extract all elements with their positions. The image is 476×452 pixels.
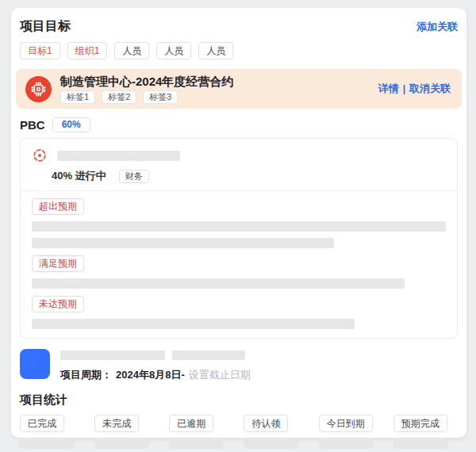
linked-goal-title: 制造管理中心-2024年度经营合约 <box>60 75 378 88</box>
banner-tag[interactable]: 标签3 <box>143 90 178 104</box>
goal-sections: 超出预期满足预期未达预期 <box>21 190 457 338</box>
stat-column: 预期完成 <box>393 415 458 452</box>
text-placeholder-bar <box>32 221 446 232</box>
relation-tag[interactable]: 人员 <box>198 42 233 59</box>
project-name-placeholder <box>60 350 165 360</box>
cpu-icon <box>25 76 52 102</box>
status-tag: 超出预期 <box>32 198 84 215</box>
text-placeholder-bar <box>32 319 355 329</box>
goal-title-placeholder <box>57 151 180 161</box>
goal-status-section: 满足预期 <box>32 255 446 289</box>
stat-column: 已逾期 <box>169 415 233 452</box>
stat-column: 待认领 <box>244 415 308 452</box>
goal-progress-text: 40% 进行中 <box>52 169 106 183</box>
stat-label-tag[interactable]: 今日到期 <box>319 415 373 432</box>
relation-tag[interactable]: 人员 <box>156 42 191 59</box>
banner-tags-row: 标签1标签2标签3 <box>60 90 378 104</box>
blue-square-thumbnail <box>20 349 50 379</box>
link-separator: | <box>403 83 405 94</box>
stat-column: 今日到期 <box>319 415 383 452</box>
project-period-start: 2024年8月8日- <box>116 368 185 382</box>
text-placeholder-bar <box>32 278 405 289</box>
set-deadline-placeholder[interactable]: 设置截止日期 <box>189 368 251 382</box>
stats-title: 项目统计 <box>11 393 466 408</box>
cancel-relation-link[interactable]: 取消关联 <box>409 82 451 96</box>
stat-column: 已完成 <box>20 415 84 452</box>
goal-detail-card[interactable]: 40% 进行中 财务 超出预期满足预期未达预期 <box>20 138 458 339</box>
relation-tag[interactable]: 人员 <box>114 42 149 59</box>
goal-status-section: 未达预期 <box>32 296 446 329</box>
pbc-percent-badge: 60% <box>52 117 90 132</box>
banner-tag[interactable]: 标签2 <box>102 90 136 104</box>
stat-label-tag[interactable]: 已逾期 <box>169 415 213 432</box>
stat-label-tag[interactable]: 未完成 <box>94 415 139 432</box>
detail-link[interactable]: 详情 <box>378 82 399 96</box>
target-icon <box>32 147 48 163</box>
stat-label-tag[interactable]: 待认领 <box>244 415 288 432</box>
goal-category-tag[interactable]: 财务 <box>119 170 149 183</box>
stats-grid: 已完成未完成已逾期待认领今日到期预期完成 <box>11 415 466 452</box>
text-placeholder-bar <box>32 238 334 248</box>
relation-tag[interactable]: 组织1 <box>67 42 108 59</box>
stat-value-placeholder <box>94 439 149 449</box>
banner-main: 制造管理中心-2024年度经营合约 标签1标签2标签3 <box>60 75 378 104</box>
stat-column: 未完成 <box>94 415 159 452</box>
status-tag: 未达预期 <box>32 296 84 312</box>
project-subtitle-placeholder <box>172 350 245 360</box>
project-goal-panel: 项目目标 添加关联 目标1组织1人员人员人员 制造管理中心-2024年度经营合约… <box>11 8 466 438</box>
stat-value-placeholder <box>319 439 374 449</box>
relation-tags-row: 目标1组织1人员人员人员 <box>11 42 466 59</box>
banner-tag[interactable]: 标签1 <box>60 90 95 104</box>
add-relation-link[interactable]: 添加关联 <box>416 20 458 34</box>
pbc-row: PBC 60% <box>11 117 466 132</box>
project-main: 项目周期： 2024年8月8日- 设置截止日期 <box>60 349 458 382</box>
page-title: 项目目标 <box>20 18 71 35</box>
stat-value-placeholder <box>169 439 224 449</box>
stat-label-tag[interactable]: 已完成 <box>20 415 64 432</box>
project-info-row: 项目周期： 2024年8月8日- 设置截止日期 <box>11 349 466 382</box>
pbc-label: PBC <box>20 118 45 132</box>
status-tag: 满足预期 <box>32 255 84 272</box>
linked-goal-banner[interactable]: 制造管理中心-2024年度经营合约 标签1标签2标签3 详情 | 取消关联 <box>16 69 462 109</box>
stat-value-placeholder <box>393 439 448 449</box>
panel-header: 项目目标 添加关联 <box>11 18 466 35</box>
banner-actions: 详情 | 取消关联 <box>378 82 451 96</box>
relation-tag[interactable]: 目标1 <box>20 42 60 59</box>
stat-label-tag[interactable]: 预期完成 <box>393 415 447 432</box>
goal-status-section: 超出预期 <box>32 198 446 248</box>
goal-head: 40% 进行中 财务 <box>21 139 457 190</box>
stat-value-placeholder <box>20 439 75 449</box>
stat-value-placeholder <box>244 439 298 449</box>
project-period-label: 项目周期： <box>60 368 112 382</box>
